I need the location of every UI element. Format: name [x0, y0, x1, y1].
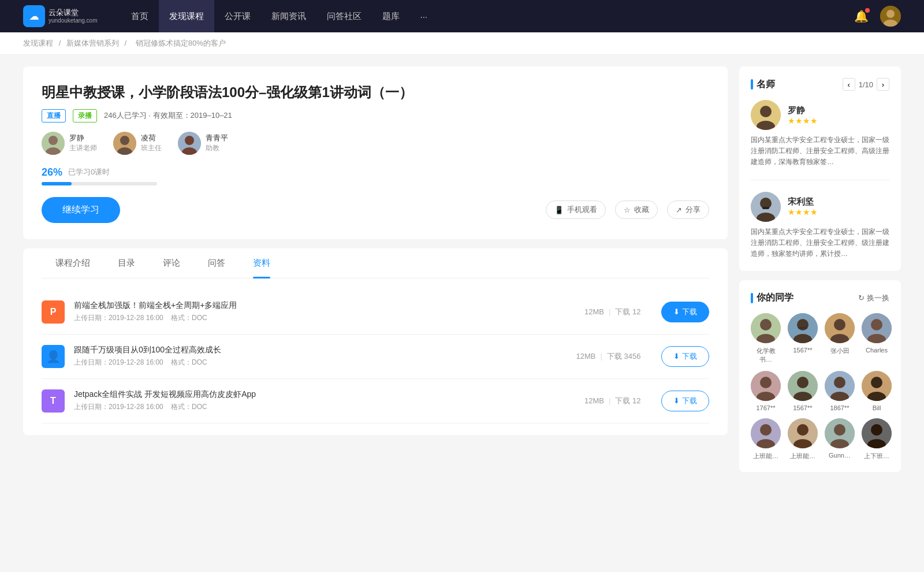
course-actions: 继续学习 📱 手机观看 ☆ 收藏 ↗ 分享: [42, 197, 709, 223]
svg-point-4: [49, 136, 58, 145]
notification-bell[interactable]: 🔔: [854, 9, 869, 23]
svg-point-20: [760, 319, 772, 330]
svg-point-7: [120, 136, 129, 145]
tab-intro[interactable]: 课程介绍: [42, 248, 104, 278]
breadcrumb-discover[interactable]: 发现课程: [23, 39, 53, 47]
teacher-2-avatar: [113, 132, 136, 155]
tab-qa[interactable]: 问答: [194, 248, 239, 278]
classmate-5-avatar: [751, 371, 781, 401]
svg-point-51: [834, 424, 845, 436]
user-avatar[interactable]: [880, 6, 901, 27]
classmate-1-name: 化学教书…: [751, 347, 781, 364]
classmate-8-name: Bill: [873, 404, 881, 411]
nav-home[interactable]: 首页: [121, 0, 159, 32]
progress-section: 26% 已学习0课时: [42, 166, 709, 185]
classmate-11[interactable]: Gunn…: [825, 418, 855, 460]
teachers-title: 名师: [751, 79, 775, 91]
classmate-5-name: 1767**: [756, 404, 775, 411]
classmate-2[interactable]: 1567**: [788, 313, 818, 364]
classmate-6[interactable]: 1567**: [788, 371, 818, 411]
refresh-classmates-button[interactable]: ↻ 换一换: [858, 293, 889, 303]
classmate-1-avatar: [751, 313, 781, 343]
classmate-1[interactable]: 化学教书…: [751, 313, 781, 364]
tab-reviews[interactable]: 评论: [149, 248, 194, 278]
share-button[interactable]: ↗ 分享: [667, 200, 709, 219]
teachers-list: 罗静 主讲老师 凌荷 班主任: [42, 132, 709, 155]
navbar: ☁ 云朵课堂 yundouketang.com 首页 发现课程 公开课 新闻资讯…: [0, 0, 924, 32]
download-button-1[interactable]: ⬇ 下载: [661, 302, 709, 322]
resource-icon-2: 👤: [42, 345, 65, 368]
nav-news[interactable]: 新闻资讯: [261, 0, 316, 32]
breadcrumb-current: 销冠修炼术搞定80%的客户: [136, 39, 226, 47]
notification-dot: [865, 8, 870, 13]
resource-item-3: T Jetpack全组件实战 开发短视频应用高仿皮皮虾App 上传日期：2019…: [42, 379, 709, 424]
mobile-icon: 📱: [554, 206, 564, 214]
resource-info-3: Jetpack全组件实战 开发短视频应用高仿皮皮虾App 上传日期：2019-1…: [74, 389, 575, 412]
classmate-8[interactable]: Bill: [862, 371, 892, 411]
classmate-5[interactable]: 1767**: [751, 371, 781, 411]
progress-bar-fill: [42, 182, 72, 185]
classmate-12-avatar: [862, 418, 892, 448]
classmates-title: 你的同学: [751, 292, 793, 304]
mobile-watch-button[interactable]: 📱 手机观看: [546, 200, 606, 219]
classmate-7[interactable]: 1867**: [825, 371, 855, 411]
nav-more[interactable]: ···: [410, 0, 438, 32]
classmate-7-name: 1867**: [830, 404, 849, 411]
svg-point-10: [185, 136, 194, 145]
classmate-10[interactable]: 上班能…: [788, 418, 818, 460]
classmate-6-avatar: [788, 371, 818, 401]
svg-point-1: [886, 10, 895, 18]
teacher-3-name: 青青平: [206, 133, 228, 143]
teacher-3-role: 助教: [206, 143, 228, 153]
classmate-3[interactable]: 张小田: [825, 313, 855, 364]
nav-public[interactable]: 公开课: [214, 0, 261, 32]
prev-teacher-button[interactable]: ‹: [843, 78, 855, 91]
tab-resources[interactable]: 资料: [239, 248, 284, 278]
classmate-4[interactable]: Charles: [862, 313, 892, 364]
next-teacher-button[interactable]: ›: [877, 78, 889, 91]
tab-content: P 前端全栈加强版！前端全栈+全周期+多端应用 上传日期：2019-12-28 …: [42, 278, 709, 435]
sidebar: 名师 ‹ 1/10 › 罗静 ★★★★: [739, 66, 901, 481]
favorite-button[interactable]: ☆ 收藏: [615, 200, 658, 219]
download-button-3[interactable]: ⬇ 下载: [661, 391, 709, 411]
svg-point-30: [871, 319, 882, 330]
download-button-2[interactable]: ⬇ 下载: [661, 346, 709, 367]
resource-stats-1: 12MB | 下载 12: [584, 307, 640, 317]
classmate-12[interactable]: 上下班…: [862, 418, 892, 460]
nav-items: 首页 发现课程 公开课 新闻资讯 问答社区 题库 ···: [121, 0, 854, 32]
svg-point-42: [871, 377, 882, 388]
resource-meta-3: 上传日期：2019-12-28 16:00 格式：DOC: [74, 402, 575, 412]
sidebar-teacher-2-desc: 国内某重点大学安全工程专业硕士，国家一级注册消防工程师、注册安全工程师、级注册建…: [751, 226, 889, 260]
badge-record: 录播: [73, 109, 97, 122]
tabs-card: 课程介绍 目录 评论 问答 资料 P 前端全栈加强版！前端全栈+全周期+多端应用…: [23, 248, 728, 435]
teachers-sidebar-card: 名师 ‹ 1/10 › 罗静 ★★★★: [739, 66, 901, 271]
logo-text: 云朵课堂 yundouketang.com: [49, 8, 98, 24]
nav-questions[interactable]: 题库: [372, 0, 410, 32]
course-meta-text: 246人已学习 · 有效期至：2019–10–21: [104, 110, 232, 121]
sidebar-teacher-1: 罗静 ★★★★ 国内某重点大学安全工程专业硕士，国家一级注册消防工程师、注册安全…: [751, 100, 889, 180]
classmate-4-name: Charles: [866, 347, 888, 354]
resource-info-1: 前端全栈加强版！前端全栈+全周期+多端应用 上传日期：2019-12-28 16…: [74, 300, 575, 323]
breadcrumb-series[interactable]: 新媒体营销系列: [66, 39, 119, 47]
classmate-9-name: 上班能…: [753, 452, 778, 460]
nav-discover[interactable]: 发现课程: [159, 0, 214, 32]
resource-stats-2: 12MB | 下载 3456: [576, 351, 640, 362]
resource-stats-3: 12MB | 下载 12: [584, 396, 640, 406]
classmate-11-name: Gunn…: [829, 452, 851, 459]
continue-button[interactable]: 继续学习: [42, 197, 120, 223]
resource-icon-3: T: [42, 389, 65, 413]
svg-point-45: [760, 424, 772, 436]
nav-right: 🔔: [854, 6, 901, 27]
star-icon: ☆: [624, 206, 631, 214]
classmate-2-avatar: [788, 313, 818, 343]
svg-rect-25: [798, 327, 807, 329]
resource-meta-2: 上传日期：2019-12-28 16:00 格式：DOC: [74, 358, 567, 367]
logo[interactable]: ☁ 云朵课堂 yundouketang.com: [23, 5, 98, 27]
teacher-1-role: 主讲老师: [69, 143, 97, 153]
tab-catalog[interactable]: 目录: [104, 248, 149, 278]
sidebar-teacher-2: 宋利坚 ★★★★ 国内某重点大学安全工程专业硕士，国家一级注册消防工程师、注册安…: [751, 192, 889, 260]
resource-info-2: 跟随千万级项目从0到100全过程高效成长 上传日期：2019-12-28 16:…: [74, 345, 567, 367]
classmate-9[interactable]: 上班能…: [751, 418, 781, 460]
nav-qa[interactable]: 问答社区: [316, 0, 372, 32]
classmates-grid: 化学教书… 1567** 张小田: [751, 313, 889, 460]
